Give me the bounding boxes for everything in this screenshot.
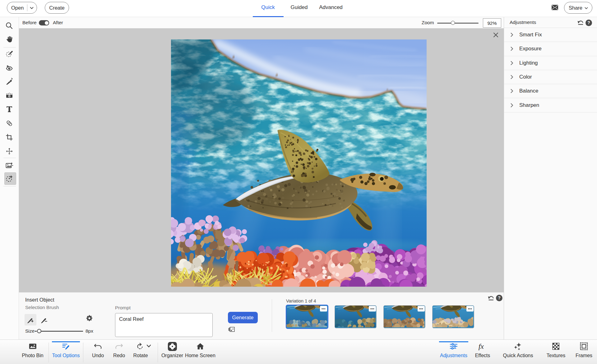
svg-text:fx: fx bbox=[479, 342, 484, 350]
